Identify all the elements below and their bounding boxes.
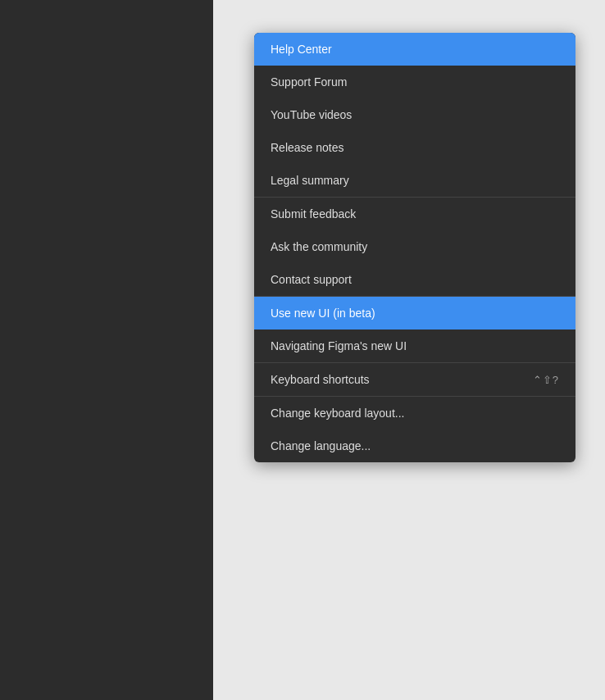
menu-item-release-notes[interactable]: Release notes: [254, 131, 575, 164]
menu-item-label: Support Forum: [271, 75, 347, 89]
menu-item-support-forum[interactable]: Support Forum: [254, 66, 575, 98]
menu-item-legal-summary[interactable]: Legal summary: [254, 164, 575, 197]
menu-item-keyboard-shortcuts[interactable]: Keyboard shortcuts ⌃⇧?: [254, 363, 575, 396]
menu-item-label: Use new UI (in beta): [271, 307, 375, 320]
menu-item-label: Contact support: [271, 273, 352, 286]
menu-item-ask-community[interactable]: Ask the community: [254, 230, 575, 263]
menu-item-change-language[interactable]: Change language...: [254, 430, 575, 462]
menu-item-label: Help Center: [271, 43, 332, 56]
menu-item-navigating-figma[interactable]: Navigating Figma's new UI: [254, 330, 575, 362]
keyboard-shortcut-badge: ⌃⇧?: [533, 374, 559, 386]
sidebar: [0, 0, 213, 700]
menu-item-label: YouTube videos: [271, 108, 352, 121]
dropdown-menu: Help Center Support Forum YouTube videos…: [254, 33, 575, 462]
menu-item-use-new-ui[interactable]: Use new UI (in beta): [254, 297, 575, 330]
menu-item-help-center[interactable]: Help Center: [254, 33, 575, 66]
menu-item-label: Release notes: [271, 141, 344, 154]
menu-item-youtube-videos[interactable]: YouTube videos: [254, 98, 575, 131]
menu-item-label: Navigating Figma's new UI: [271, 339, 407, 352]
menu-item-label: Ask the community: [271, 240, 367, 253]
menu-item-label: Legal summary: [271, 174, 349, 187]
menu-item-label: Submit feedback: [271, 207, 356, 220]
menu-item-label: Change language...: [271, 439, 371, 452]
menu-item-contact-support[interactable]: Contact support: [254, 263, 575, 296]
menu-item-label: Change keyboard layout...: [271, 407, 404, 420]
menu-item-submit-feedback[interactable]: Submit feedback: [254, 198, 575, 230]
menu-item-label: Keyboard shortcuts: [271, 373, 370, 386]
menu-item-change-keyboard-layout[interactable]: Change keyboard layout...: [254, 397, 575, 430]
